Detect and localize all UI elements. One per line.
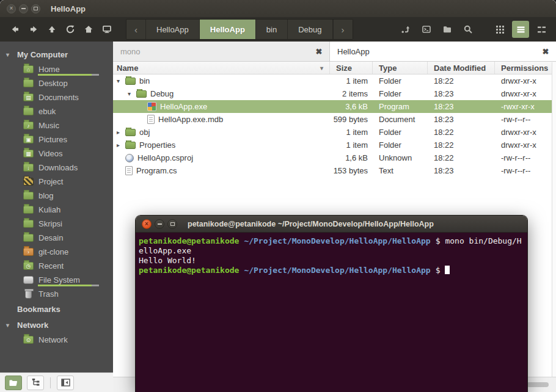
column-header-type[interactable]: Type: [373, 62, 428, 74]
expander-icon[interactable]: ▸: [117, 129, 125, 136]
sidebar-item-label: blog: [38, 191, 54, 200]
expander-icon[interactable]: ▾: [117, 78, 125, 84]
zoom-slider-thumb[interactable]: [527, 382, 549, 387]
terminal-minimize-button[interactable]: [155, 219, 164, 229]
sidebar-item-desain[interactable]: Desain: [0, 231, 113, 245]
file-permissions: -rw-r--r--: [495, 153, 556, 162]
jump-button[interactable]: [397, 21, 414, 38]
file-permissions: drwxr-xr-x: [495, 89, 556, 98]
show-treeview-button[interactable]: [27, 376, 44, 390]
file-modified: 18:22: [428, 153, 495, 162]
forward-button[interactable]: [24, 20, 43, 39]
compact-view-button[interactable]: [533, 21, 550, 38]
breadcrumb-bin[interactable]: bin: [256, 20, 288, 39]
file-modified: 18:22: [428, 140, 495, 150]
sidebar-item-home[interactable]: Home: [0, 62, 113, 76]
folder-icon: [442, 24, 452, 34]
sidebar-item-network[interactable]: Network: [0, 333, 113, 347]
folder-file-icon: [136, 90, 147, 98]
breadcrumb-debug[interactable]: Debug: [288, 20, 332, 39]
desktop-button[interactable]: [98, 20, 116, 39]
hide-panel-button[interactable]: [57, 376, 74, 390]
close-button[interactable]: ×: [7, 4, 16, 13]
home-button[interactable]: [79, 20, 98, 39]
column-header-size[interactable]: Size: [330, 62, 373, 74]
file-name: bin: [139, 76, 150, 85]
file-name: HelloApp.csproj: [137, 153, 193, 162]
sidebar-section-my-computer[interactable]: ▾ My Computer: [0, 46, 113, 62]
terminal-title: petanikode@petanikode ~/Project/MonoDeve…: [188, 220, 434, 228]
sidebar-item-music[interactable]: Music: [0, 118, 113, 132]
sidebar-item-icon: [25, 290, 32, 299]
breadcrumb-next-button[interactable]: ›: [333, 20, 353, 39]
prompt-path: ~/Project/MonoDevelop/HelloApp/HelloApp: [244, 236, 430, 245]
terminal-maximize-button[interactable]: [167, 219, 177, 229]
sidebar-item-skripsi[interactable]: Skripsi: [0, 217, 113, 231]
sidebar-item-documents[interactable]: Documents: [0, 90, 113, 104]
search-button[interactable]: [459, 21, 477, 38]
sidebar-item-downloads[interactable]: Downloads: [0, 161, 113, 175]
expander-icon[interactable]: ▸: [117, 142, 125, 148]
file-row[interactable]: HelloApp.exe.mdb 599 bytes Document 18:2…: [113, 113, 556, 126]
sidebar-item-desktop[interactable]: Desktop: [0, 76, 113, 90]
file-name: Debug: [150, 89, 174, 98]
file-row[interactable]: ▸ obj 1 item Folder 18:22 drwxr-xr-x: [113, 126, 556, 139]
text-file-icon: [125, 166, 133, 175]
file-type: Document: [373, 115, 428, 124]
breadcrumb-helloapp[interactable]: HelloApp: [146, 20, 200, 39]
column-header-date-modified[interactable]: Date Modified: [428, 62, 495, 74]
refresh-icon: [65, 24, 75, 34]
breadcrumb-prev-button[interactable]: ‹: [126, 20, 146, 39]
filter-input-right[interactable]: [330, 42, 556, 61]
show-places-button[interactable]: [5, 376, 22, 390]
terminal-body[interactable]: petanikode@petanikode~/Project/MonoDevel…: [136, 233, 527, 392]
terminal-close-button[interactable]: ×: [142, 219, 152, 229]
sidebar-item-ebuk[interactable]: ebuk: [0, 104, 113, 118]
file-type: Folder: [373, 140, 428, 150]
sidebar-item-icon: [23, 93, 34, 101]
sidebar: ▾ My Computer Home Desktop Documents ebu…: [0, 42, 113, 392]
file-name: obj: [139, 128, 150, 137]
filter-input-left[interactable]: [113, 42, 329, 61]
file-row[interactable]: ▾ Debug 2 items Folder 18:23 drwxr-xr-x: [113, 87, 556, 100]
terminal-line: elloApp.exe: [139, 246, 524, 256]
back-icon: [10, 24, 20, 34]
file-row[interactable]: ▾ bin 1 item Folder 18:22 drwxr-xr-x: [113, 74, 556, 87]
grid-view-button[interactable]: [491, 21, 508, 38]
back-button[interactable]: [6, 20, 24, 39]
sidebar-item-pictures[interactable]: Pictures: [0, 132, 113, 147]
file-size: 1,6 kB: [330, 153, 373, 162]
clear-filter-left-icon[interactable]: ✖: [313, 42, 324, 61]
list-view-button[interactable]: [512, 21, 529, 38]
column-header-permissions[interactable]: Permissions: [495, 62, 556, 74]
expander-icon[interactable]: ▾: [128, 90, 136, 97]
file-modified: 18:23: [428, 115, 495, 124]
clear-filter-right-icon[interactable]: ✖: [540, 42, 551, 61]
vertical-scrollbar[interactable]: [552, 62, 556, 377]
sidebar-item-git-clone[interactable]: git-clone: [0, 245, 113, 259]
sidebar-section-network[interactable]: ▾ Network: [0, 317, 113, 333]
sidebar-section-bookmarks[interactable]: ▾ Bookmarks: [0, 301, 113, 317]
minimize-button[interactable]: [19, 4, 28, 13]
maximize-button[interactable]: [31, 4, 40, 13]
terminal-cursor: [445, 266, 450, 274]
disk-usage-bar: [38, 285, 99, 286]
open-folder-button[interactable]: [439, 21, 456, 38]
open-terminal-button[interactable]: [418, 21, 435, 38]
sidebar-item-kuliah[interactable]: Kuliah: [0, 203, 113, 217]
sidebar-item-blog[interactable]: blog: [0, 189, 113, 203]
sidebar-item-trash[interactable]: Trash: [0, 287, 113, 301]
sidebar-item-project[interactable]: Project: [0, 175, 113, 189]
column-header-name[interactable]: Name▾: [113, 62, 330, 74]
breadcrumb-helloapp[interactable]: HelloApp: [200, 20, 256, 39]
up-button[interactable]: [43, 20, 61, 39]
file-row[interactable]: ▸ Properties 1 item Folder 18:22 drwxr-x…: [113, 139, 556, 151]
sidebar-item-recent[interactable]: Recent: [0, 259, 113, 273]
sidebar-item-videos[interactable]: Videos: [0, 147, 113, 161]
home-icon: [84, 24, 93, 34]
file-row[interactable]: HelloApp.exe 3,6 kB Program 18:23 -rwxr-…: [113, 100, 556, 113]
sidebar-item-file-system[interactable]: File System: [0, 273, 113, 287]
refresh-button[interactable]: [61, 20, 79, 39]
file-row[interactable]: HelloApp.csproj 1,6 kB Unknown 18:22 -rw…: [113, 151, 556, 164]
file-row[interactable]: Program.cs 153 bytes Text 18:23 -rw-r--r…: [113, 164, 556, 177]
